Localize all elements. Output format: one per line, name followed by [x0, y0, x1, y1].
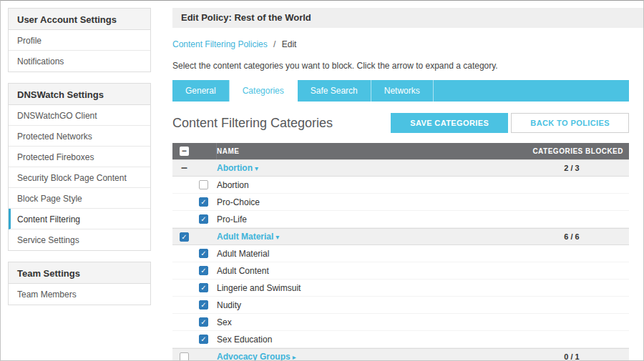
sex-education-checkbox[interactable]: ✓ — [199, 335, 208, 344]
blocked-count: 2 / 3 — [514, 164, 629, 172]
sidebar-item-protected-networks[interactable]: Protected Networks — [9, 126, 150, 147]
column-header-categories-blocked: CATEGORIES BLOCKED — [514, 147, 629, 155]
pro-life-checkbox[interactable]: ✓ — [199, 214, 208, 224]
breadcrumb-link[interactable]: Content Filtering Policies — [172, 39, 268, 49]
subcategory-row-nudity: ✓Nudity — [172, 297, 629, 314]
checkbox-cell: ✓ — [172, 249, 217, 258]
sex-checkbox[interactable]: ✓ — [199, 317, 208, 327]
advocacy-groups-checkbox[interactable] — [180, 352, 189, 361]
sidebar-section-dnswatch-settings: DNSWatch SettingsDNSWatchGO ClientProtec… — [8, 83, 151, 251]
breadcrumb-separator: / — [273, 39, 275, 49]
tab-networks[interactable]: Networks — [371, 80, 434, 102]
tab-categories[interactable]: Categories — [230, 80, 298, 102]
category-name-cell: Adult Material▾ — [217, 232, 514, 242]
subcategory-label: Lingerie and Swimsuit — [217, 283, 514, 293]
blocked-count: 6 / 6 — [514, 232, 629, 241]
lingerie-and-swimsuit-checkbox[interactable]: ✓ — [199, 283, 208, 292]
sidebar-section-user-account-settings: User Account SettingsProfileNotification… — [8, 8, 151, 72]
checkbox-cell: ✓ — [172, 214, 217, 224]
subcategory-label: Pro-Choice — [217, 197, 514, 207]
page: User Account SettingsProfileNotification… — [0, 0, 644, 361]
breadcrumb-current: Edit — [282, 39, 297, 49]
subcategory-label: Nudity — [217, 300, 514, 310]
sidebar-item-protected-fireboxes[interactable]: Protected Fireboxes — [9, 147, 150, 167]
breadcrumb: Content Filtering Policies / Edit — [172, 39, 629, 49]
tab-bar: GeneralCategoriesSafe SearchNetworks — [172, 80, 629, 102]
checkbox-cell: ✓ — [172, 197, 217, 207]
checkbox-cell: ✓ — [172, 232, 217, 242]
category-link-advocacy-groups[interactable]: Advocacy Groups▸ — [217, 352, 296, 361]
chevron-right-icon: ▸ — [293, 353, 296, 361]
column-header-name: NAME — [217, 147, 514, 155]
pro-choice-checkbox[interactable]: ✓ — [199, 197, 208, 207]
sidebar-item-content-filtering[interactable]: Content Filtering — [9, 209, 150, 229]
sidebar-item-dnswatchgo-client[interactable]: DNSWatchGO Client — [9, 105, 150, 126]
chevron-down-icon: ▾ — [255, 164, 258, 172]
sidebar: User Account SettingsProfileNotification… — [1, 1, 158, 360]
instructions-text: Select the content categories you want t… — [172, 61, 629, 71]
abortion-checkbox[interactable] — [199, 180, 208, 189]
checkbox-cell: ✓ — [172, 266, 217, 275]
subcategory-row-pro-choice: ✓Pro-Choice — [172, 194, 629, 211]
category-name-cell: Advocacy Groups▸ — [217, 352, 514, 361]
nudity-checkbox[interactable]: ✓ — [199, 300, 208, 310]
subcategory-label: Sex Education — [217, 335, 514, 345]
section-header: Content Filtering Categories SAVE CATEGO… — [172, 113, 629, 133]
action-buttons: SAVE CATEGORIES BACK TO POLICIES — [391, 113, 629, 133]
checkbox-cell: ✓ — [172, 283, 217, 292]
adult-content-checkbox[interactable]: ✓ — [199, 266, 208, 275]
subcategory-label: Adult Material — [217, 249, 514, 259]
subcategory-label: Sex — [217, 317, 514, 327]
blocked-count: 0 / 1 — [514, 352, 629, 361]
page-title: Edit Policy: Rest of the World — [172, 8, 643, 28]
sidebar-item-security-block-page-content[interactable]: Security Block Page Content — [9, 167, 150, 188]
sidebar-item-profile[interactable]: Profile — [9, 30, 150, 51]
checkbox-cell: ✓ — [172, 317, 217, 327]
subcategory-row-adult-material: ✓Adult Material — [172, 245, 629, 262]
section-title: Content Filtering Categories — [172, 116, 333, 131]
checkbox-cell: ✓ — [172, 300, 217, 310]
checkbox-cell — [172, 180, 217, 189]
subcategory-row-adult-content: ✓Adult Content — [172, 262, 629, 280]
sidebar-item-notifications[interactable]: Notifications — [9, 51, 150, 71]
subcategory-label: Abortion — [217, 180, 514, 190]
sidebar-item-team-members[interactable]: Team Members — [9, 284, 150, 305]
main-content: Edit Policy: Rest of the World Content F… — [158, 1, 643, 360]
select-all-checkbox[interactable]: − — [180, 147, 189, 156]
abortion-checkbox[interactable]: – — [180, 164, 189, 173]
subcategory-row-abortion: Abortion — [172, 177, 629, 194]
sidebar-section-title: Team Settings — [9, 262, 150, 284]
subcategory-label: Adult Content — [217, 266, 514, 276]
save-categories-button[interactable]: SAVE CATEGORIES — [391, 113, 508, 133]
subcategory-label: Pro-Life — [217, 214, 514, 224]
checkbox-cell: ✓ — [172, 335, 217, 344]
sidebar-section-title: User Account Settings — [9, 9, 150, 30]
sidebar-section-team-settings: Team SettingsTeam Members — [8, 262, 151, 305]
table-header-row: − NAME CATEGORIES BLOCKED — [172, 143, 629, 159]
category-row-abortion: –Abortion▾2 / 3 — [172, 159, 629, 177]
categories-table: − NAME CATEGORIES BLOCKED –Abortion▾2 / … — [172, 143, 629, 361]
sidebar-item-service-settings[interactable]: Service Settings — [9, 229, 150, 250]
sidebar-section-title: DNSWatch Settings — [9, 84, 150, 105]
select-all-cell: − — [172, 143, 217, 159]
checkbox-cell: – — [172, 164, 217, 173]
category-name-cell: Abortion▾ — [217, 163, 514, 173]
adult-material-checkbox[interactable]: ✓ — [199, 249, 208, 258]
category-link-abortion[interactable]: Abortion▾ — [217, 163, 258, 173]
chevron-down-icon: ▾ — [275, 233, 279, 241]
category-row-advocacy-groups: Advocacy Groups▸0 / 1 — [172, 348, 629, 361]
tab-general[interactable]: General — [172, 80, 230, 102]
back-to-policies-button[interactable]: BACK TO POLICIES — [511, 113, 629, 133]
subcategory-row-sex: ✓Sex — [172, 314, 629, 331]
subcategory-row-pro-life: ✓Pro-Life — [172, 211, 629, 228]
subcategory-row-lingerie-and-swimsuit: ✓Lingerie and Swimsuit — [172, 280, 629, 297]
sidebar-item-block-page-style[interactable]: Block Page Style — [9, 188, 150, 209]
category-link-adult-material[interactable]: Adult Material▾ — [217, 232, 279, 242]
tab-safe-search[interactable]: Safe Search — [298, 80, 371, 102]
adult-material-checkbox[interactable]: ✓ — [180, 232, 189, 242]
category-row-adult-material: ✓Adult Material▾6 / 6 — [172, 228, 629, 245]
subcategory-row-sex-education: ✓Sex Education — [172, 331, 629, 348]
table-body: –Abortion▾2 / 3Abortion✓Pro-Choice✓Pro-L… — [172, 159, 629, 361]
checkbox-cell — [172, 352, 217, 361]
